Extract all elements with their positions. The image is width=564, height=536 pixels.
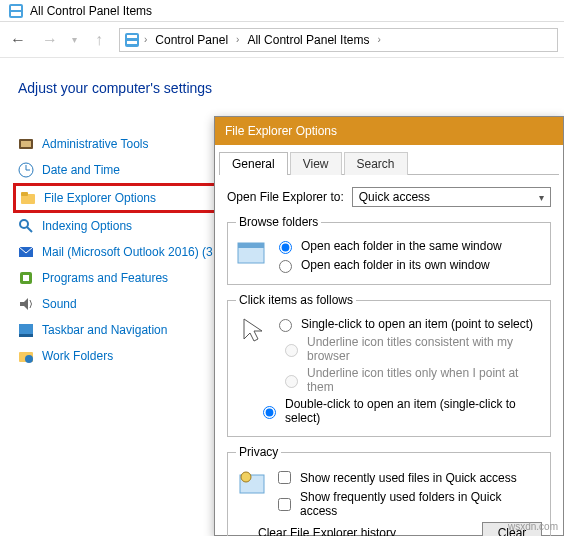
radio-label: Open each folder in its own window (301, 258, 490, 272)
radio-underline-point: Underline icon titles only when I point … (280, 366, 542, 394)
svg-rect-20 (19, 334, 33, 337)
radio-label: Underline icon titles consistent with my… (307, 335, 542, 363)
open-explorer-to-combo[interactable]: Quick access ▾ (352, 187, 551, 207)
radio-own-window[interactable]: Open each folder in its own window (274, 257, 542, 273)
radio-input[interactable] (279, 241, 292, 254)
click-items-legend: Click items as follows (236, 293, 356, 307)
open-explorer-to-label: Open File Explorer to: (227, 190, 344, 204)
item-sound[interactable]: Sound (18, 296, 218, 312)
item-label: Work Folders (42, 349, 113, 363)
checkbox-label: Show recently used files in Quick access (300, 471, 517, 485)
address-bar[interactable]: › Control Panel › All Control Panel Item… (119, 28, 558, 52)
work-folders-icon (18, 348, 34, 364)
page-heading: Adjust your computer's settings (18, 80, 564, 96)
clear-history-label: Clear File Explorer history (258, 526, 396, 536)
svg-line-14 (27, 227, 32, 232)
svg-rect-24 (238, 243, 264, 248)
radio-double-click[interactable]: Double-click to open an item (single-cli… (258, 397, 542, 425)
svg-rect-4 (127, 35, 137, 38)
breadcrumb-all-items[interactable]: All Control Panel Items (243, 31, 373, 49)
svg-point-22 (25, 355, 33, 363)
svg-point-13 (20, 220, 28, 228)
item-label: Indexing Options (42, 219, 132, 233)
back-button[interactable]: ← (6, 28, 30, 52)
folder-window-icon (236, 237, 268, 269)
dialog-tabs: General View Search (219, 151, 559, 175)
combo-value: Quick access (359, 190, 430, 204)
dialog-title: File Explorer Options (215, 117, 563, 145)
privacy-legend: Privacy (236, 445, 281, 459)
svg-marker-18 (20, 298, 28, 310)
breadcrumb-sep[interactable]: › (377, 34, 380, 45)
breadcrumb-control-panel[interactable]: Control Panel (151, 31, 232, 49)
click-items-group: Click items as follows Single-click to o… (227, 293, 551, 437)
checkbox-input[interactable] (278, 498, 291, 511)
radio-single-click[interactable]: Single-click to open an item (point to s… (274, 316, 542, 332)
radio-label: Double-click to open an item (single-cli… (285, 397, 542, 425)
window-titlebar: All Control Panel Items (0, 0, 564, 22)
recent-locations-dropdown[interactable]: ▾ (70, 34, 79, 45)
chevron-down-icon: ▾ (539, 192, 544, 203)
clock-icon (18, 162, 34, 178)
item-label: Taskbar and Navigation (42, 323, 167, 337)
svg-rect-12 (21, 192, 28, 196)
svg-rect-19 (19, 324, 33, 334)
window-title: All Control Panel Items (30, 4, 152, 18)
radio-underline-browser: Underline icon titles consistent with my… (280, 335, 542, 363)
check-recent-files[interactable]: Show recently used files in Quick access (274, 468, 542, 487)
item-work-folders[interactable]: Work Folders (18, 348, 218, 364)
forward-button[interactable]: → (38, 28, 62, 52)
svg-marker-25 (244, 319, 262, 341)
control-panel-icon (124, 32, 140, 48)
browse-folders-group: Browse folders Open each folder in the s… (227, 215, 551, 285)
privacy-icon (236, 467, 268, 499)
item-administrative-tools[interactable]: Administrative Tools (18, 136, 218, 152)
radio-input[interactable] (279, 260, 292, 273)
sound-icon (18, 296, 34, 312)
radio-input[interactable] (263, 406, 276, 419)
up-button[interactable]: ↑ (87, 28, 111, 52)
radio-input (285, 375, 298, 388)
radio-label: Single-click to open an item (point to s… (301, 317, 533, 331)
radio-label: Underline icon titles only when I point … (307, 366, 542, 394)
radio-same-window[interactable]: Open each folder in the same window (274, 238, 542, 254)
cursor-icon (236, 315, 268, 347)
breadcrumb-sep[interactable]: › (144, 34, 147, 45)
tab-general[interactable]: General (219, 152, 288, 175)
item-date-and-time[interactable]: Date and Time (18, 162, 218, 178)
item-label: File Explorer Options (44, 191, 156, 205)
search-icon (18, 218, 34, 234)
dialog-body: Open File Explorer to: Quick access ▾ Br… (215, 175, 563, 536)
item-file-explorer-options[interactable]: File Explorer Options (18, 188, 218, 208)
radio-label: Open each folder in the same window (301, 239, 502, 253)
checkbox-label: Show frequently used folders in Quick ac… (300, 490, 542, 518)
privacy-group: Privacy Show recently used files in Quic… (227, 445, 551, 536)
svg-rect-2 (11, 12, 21, 16)
watermark: wsxdn.com (508, 521, 558, 532)
item-label: Administrative Tools (42, 137, 149, 151)
checkbox-input[interactable] (278, 471, 291, 484)
breadcrumb-sep[interactable]: › (236, 34, 239, 45)
item-mail-outlook[interactable]: Mail (Microsoft Outlook 2016) (3 (18, 244, 218, 260)
item-label: Date and Time (42, 163, 120, 177)
tools-icon (18, 136, 34, 152)
item-programs-and-features[interactable]: Programs and Features (18, 270, 218, 286)
item-label: Mail (Microsoft Outlook 2016) (3 (42, 245, 213, 259)
item-taskbar-and-navigation[interactable]: Taskbar and Navigation (18, 322, 218, 338)
item-label: Programs and Features (42, 271, 168, 285)
svg-rect-1 (11, 6, 21, 10)
item-label: Sound (42, 297, 77, 311)
check-frequent-folders[interactable]: Show frequently used folders in Quick ac… (274, 490, 542, 518)
taskbar-icon (18, 322, 34, 338)
mail-icon (18, 244, 34, 260)
svg-point-27 (241, 472, 251, 482)
programs-icon (18, 270, 34, 286)
item-indexing-options[interactable]: Indexing Options (18, 218, 218, 234)
file-explorer-options-dialog: File Explorer Options General View Searc… (214, 116, 564, 536)
svg-rect-17 (23, 275, 29, 281)
radio-input[interactable] (279, 319, 292, 332)
tab-view[interactable]: View (290, 152, 342, 175)
browse-folders-legend: Browse folders (236, 215, 321, 229)
tab-search[interactable]: Search (344, 152, 408, 175)
svg-rect-5 (127, 41, 137, 44)
